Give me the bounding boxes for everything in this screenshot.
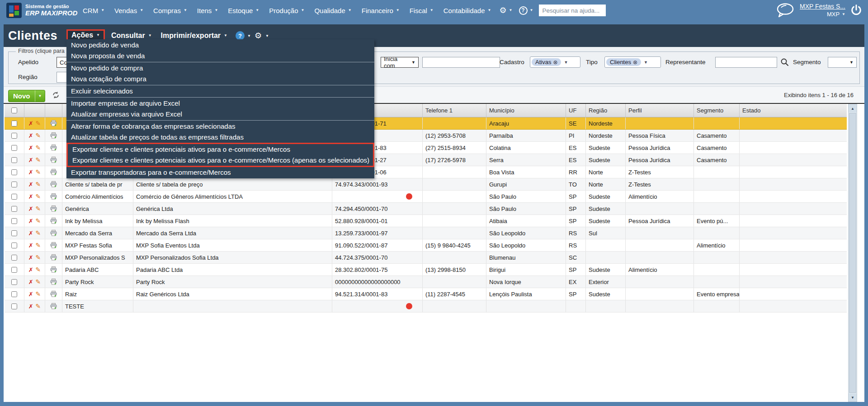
- topbar-menu-crm[interactable]: CRM▼: [78, 7, 109, 14]
- printer-icon[interactable]: [50, 132, 57, 139]
- refresh-icon[interactable]: [52, 91, 60, 101]
- edit-icon[interactable]: ✎: [36, 120, 41, 127]
- topbar-menu-qualidade[interactable]: Qualidade▼: [309, 7, 356, 14]
- delete-icon[interactable]: ✗: [28, 181, 33, 188]
- header-estado[interactable]: Estado: [740, 104, 847, 117]
- table-row[interactable]: ✗✎Cliente s/ tabela de prCliente s/ tabe…: [5, 178, 847, 191]
- header-municipio[interactable]: Município: [486, 104, 566, 117]
- user-account-link[interactable]: MXP Festas S...: [800, 3, 845, 11]
- topbar-menu-compras[interactable]: Compras▼: [148, 7, 192, 14]
- delete-icon[interactable]: ✗: [28, 266, 33, 273]
- menu-item[interactable]: Exportar clientes e clientes potenciais …: [68, 155, 373, 166]
- row-checkbox[interactable]: [11, 255, 17, 261]
- edit-icon[interactable]: ✎: [36, 132, 41, 139]
- header-uf[interactable]: UF: [566, 104, 586, 117]
- edit-icon[interactable]: ✎: [36, 254, 41, 261]
- header-perfil[interactable]: Perfil: [626, 104, 694, 117]
- delete-icon[interactable]: ✗: [28, 169, 33, 176]
- menu-item[interactable]: Alterar forma de cobrança das empresas s…: [66, 121, 374, 132]
- menu-item[interactable]: Atualizar empresas via arquivo Excel: [66, 109, 374, 120]
- chat-icon[interactable]: [775, 2, 795, 19]
- printer-icon[interactable]: [50, 193, 57, 200]
- edit-icon[interactable]: ✎: [36, 168, 41, 176]
- printer-icon[interactable]: [50, 254, 57, 261]
- help-menu[interactable]: ? ▼: [516, 6, 537, 15]
- printer-icon[interactable]: [50, 157, 57, 163]
- row-checkbox[interactable]: [11, 145, 17, 151]
- table-row[interactable]: ✗✎GenéricaGenérica Ltda74.294.450/0001-7…: [5, 203, 847, 215]
- menu-item[interactable]: Exportar transportadoras para o e-commer…: [66, 167, 374, 178]
- chevron-down-icon[interactable]: ▼: [263, 34, 272, 38]
- table-row[interactable]: ✗✎MXP Festas SofiaMXP Sofia Eventos Ltda…: [5, 239, 847, 252]
- menu-item[interactable]: Excluir selecionados: [66, 86, 374, 97]
- novo-button[interactable]: Novo ▼: [8, 90, 45, 102]
- scrollbar-thumb[interactable]: [849, 113, 856, 393]
- help-search-input[interactable]: [539, 5, 606, 16]
- menu-item[interactable]: Novo pedido de venda: [66, 40, 374, 51]
- row-checkbox[interactable]: [11, 206, 17, 212]
- topbar-menu-vendas[interactable]: Vendas▼: [109, 7, 148, 14]
- table-row[interactable]: ✗✎Party RockParty Rock000000000000000000…: [5, 276, 847, 288]
- row-checkbox[interactable]: [11, 279, 17, 285]
- remove-chip-icon[interactable]: ⊗: [633, 59, 637, 65]
- row-checkbox[interactable]: [11, 182, 17, 187]
- edit-icon[interactable]: ✎: [36, 229, 41, 237]
- printer-icon[interactable]: [50, 169, 57, 175]
- table-row[interactable]: ✗✎TESTE: [5, 300, 847, 313]
- row-checkbox[interactable]: [11, 133, 17, 139]
- row-checkbox[interactable]: [11, 194, 17, 200]
- menu-item[interactable]: Nova cotação de compra: [66, 74, 374, 84]
- filters-legend[interactable]: Filtros (clique para: [16, 48, 67, 54]
- table-row[interactable]: ✗✎Padaria ABCPadaria ABC Ltda28.302.802/…: [5, 264, 847, 276]
- menu-item[interactable]: Importar empresas de arquivo Excel: [66, 98, 374, 109]
- printer-icon[interactable]: [50, 218, 57, 224]
- representante-input[interactable]: [715, 57, 777, 68]
- edit-icon[interactable]: ✎: [36, 290, 41, 298]
- table-row[interactable]: ✗✎RaizRaiz Genéricos Ltda94.521.314/0001…: [5, 288, 847, 300]
- printer-icon[interactable]: [50, 145, 57, 151]
- printer-icon[interactable]: [50, 242, 57, 248]
- table-row[interactable]: ✗✎Ink by MelissaInk by Melissa Flash52.8…: [5, 215, 847, 227]
- topbar-menu-contabilidade[interactable]: Contabilidade▼: [439, 7, 496, 14]
- topbar-menu-fiscal[interactable]: Fiscal▼: [405, 7, 439, 14]
- delete-icon[interactable]: ✗: [28, 291, 33, 298]
- delete-icon[interactable]: ✗: [28, 218, 33, 224]
- menu-item[interactable]: Exportar clientes e clientes potenciais …: [68, 144, 373, 155]
- delete-icon[interactable]: ✗: [28, 242, 33, 249]
- table-row[interactable]: ✗✎Mercado da SerraMercado da Serra Ltda1…: [5, 227, 847, 239]
- row-checkbox[interactable]: [11, 230, 17, 236]
- printer-icon[interactable]: [50, 205, 57, 212]
- row-checkbox[interactable]: [11, 218, 17, 224]
- edit-icon[interactable]: ✎: [36, 242, 41, 249]
- header-regiao[interactable]: Região: [586, 104, 626, 117]
- match-operator-select[interactable]: Inicia com ▼: [381, 57, 419, 68]
- table-row[interactable]: ✗✎MXP Personalizados SMXP Personalizados…: [5, 252, 847, 264]
- segmento-select[interactable]: ▼: [828, 57, 857, 68]
- row-checkbox[interactable]: [11, 267, 17, 273]
- printer-icon[interactable]: [50, 266, 57, 273]
- printer-icon[interactable]: [50, 230, 57, 236]
- delete-icon[interactable]: ✗: [28, 205, 33, 212]
- topbar-menu-financeiro[interactable]: Financeiro▼: [357, 7, 405, 14]
- header-telefone[interactable]: Telefone 1: [423, 104, 486, 117]
- delete-icon[interactable]: ✗: [28, 132, 33, 139]
- row-checkbox[interactable]: [11, 157, 17, 163]
- edit-icon[interactable]: ✎: [36, 303, 41, 310]
- delete-icon[interactable]: ✗: [28, 120, 33, 127]
- row-checkbox[interactable]: [11, 121, 17, 126]
- edit-icon[interactable]: ✎: [36, 144, 41, 151]
- edit-icon[interactable]: ✎: [36, 156, 41, 163]
- cadastro-filter-select[interactable]: Ativas⊗ ▼: [530, 56, 580, 68]
- company-switcher[interactable]: MXP ▼: [800, 11, 845, 18]
- chevron-down-icon[interactable]: ▼: [245, 34, 254, 38]
- delete-icon[interactable]: ✗: [28, 145, 33, 151]
- printer-icon[interactable]: [50, 291, 57, 297]
- row-checkbox[interactable]: [11, 303, 17, 309]
- edit-icon[interactable]: ✎: [36, 193, 41, 200]
- topbar-menu-produção[interactable]: Produção▼: [264, 7, 309, 14]
- printer-icon[interactable]: [50, 279, 57, 285]
- search-icon[interactable]: [780, 58, 789, 68]
- printer-icon[interactable]: [50, 303, 57, 309]
- printer-icon[interactable]: [50, 120, 57, 126]
- menu-item[interactable]: Nova proposta de venda: [66, 51, 374, 61]
